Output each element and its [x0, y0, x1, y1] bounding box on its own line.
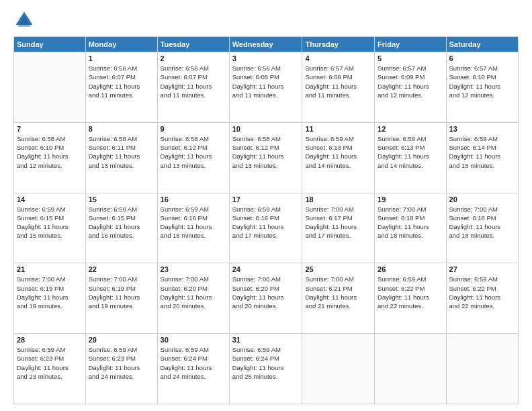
day-number: 4: [305, 54, 371, 62]
calendar-cell: 25Sunrise: 7:00 AMSunset: 6:21 PMDayligh…: [302, 263, 375, 334]
day-info: Sunrise: 6:59 AMSunset: 6:22 PMDaylight:…: [378, 275, 443, 310]
day-number: 1: [89, 54, 154, 62]
day-info: Sunrise: 6:59 AMSunset: 6:23 PMDaylight:…: [89, 345, 154, 381]
calendar-cell: 11Sunrise: 6:59 AMSunset: 6:13 PMDayligh…: [302, 122, 375, 193]
calendar-header-thursday: Thursday: [302, 37, 375, 52]
day-info: Sunrise: 6:57 AMSunset: 6:09 PMDaylight:…: [305, 64, 371, 99]
day-info: Sunrise: 6:56 AMSunset: 6:07 PMDaylight:…: [161, 64, 226, 99]
day-number: 23: [161, 265, 226, 273]
day-info: Sunrise: 6:59 AMSunset: 6:24 PMDaylight:…: [232, 345, 300, 381]
day-info: Sunrise: 6:58 AMSunset: 6:10 PMDaylight:…: [17, 134, 83, 170]
calendar-cell: [446, 334, 518, 404]
day-info: Sunrise: 7:00 AMSunset: 6:18 PMDaylight:…: [449, 205, 515, 240]
calendar-cell: 28Sunrise: 6:59 AMSunset: 6:23 PMDayligh…: [14, 334, 86, 404]
day-number: 24: [232, 265, 300, 273]
calendar-week-row: 1Sunrise: 6:56 AMSunset: 6:07 PMDaylight…: [14, 52, 519, 123]
calendar-cell: 10Sunrise: 6:58 AMSunset: 6:12 PMDayligh…: [229, 122, 302, 193]
calendar-cell: [302, 334, 375, 404]
calendar-week-row: 28Sunrise: 6:59 AMSunset: 6:23 PMDayligh…: [14, 334, 519, 404]
day-number: 14: [17, 195, 83, 203]
calendar-cell: 21Sunrise: 7:00 AMSunset: 6:19 PMDayligh…: [14, 263, 86, 334]
calendar-cell: 5Sunrise: 6:57 AMSunset: 6:09 PMDaylight…: [375, 52, 446, 123]
day-number: 27: [449, 265, 515, 273]
day-info: Sunrise: 7:00 AMSunset: 6:18 PMDaylight:…: [378, 205, 443, 240]
calendar-cell: 31Sunrise: 6:59 AMSunset: 6:24 PMDayligh…: [229, 334, 302, 404]
day-info: Sunrise: 6:59 AMSunset: 6:14 PMDaylight:…: [449, 134, 515, 170]
day-number: 19: [378, 195, 443, 203]
day-info: Sunrise: 7:00 AMSunset: 6:20 PMDaylight:…: [161, 275, 226, 310]
calendar-cell: 29Sunrise: 6:59 AMSunset: 6:23 PMDayligh…: [85, 334, 157, 404]
day-number: 11: [305, 125, 371, 133]
calendar-cell: 8Sunrise: 6:58 AMSunset: 6:11 PMDaylight…: [85, 122, 157, 193]
day-info: Sunrise: 6:59 AMSunset: 6:15 PMDaylight:…: [17, 205, 83, 240]
header: [13, 11, 519, 30]
calendar-header-sunday: Sunday: [14, 37, 86, 52]
calendar-cell: 1Sunrise: 6:56 AMSunset: 6:07 PMDaylight…: [85, 52, 157, 123]
day-info: Sunrise: 6:56 AMSunset: 6:08 PMDaylight:…: [232, 64, 300, 99]
day-info: Sunrise: 7:00 AMSunset: 6:19 PMDaylight:…: [17, 275, 83, 310]
day-info: Sunrise: 6:59 AMSunset: 6:15 PMDaylight:…: [89, 205, 154, 240]
day-number: 5: [378, 54, 443, 62]
calendar-cell: 16Sunrise: 6:59 AMSunset: 6:16 PMDayligh…: [157, 193, 229, 263]
day-number: 18: [305, 195, 371, 203]
calendar-table: SundayMondayTuesdayWednesdayThursdayFrid…: [13, 36, 519, 404]
calendar-cell: 18Sunrise: 7:00 AMSunset: 6:17 PMDayligh…: [302, 193, 375, 263]
calendar-cell: 7Sunrise: 6:58 AMSunset: 6:10 PMDaylight…: [14, 122, 86, 193]
calendar-week-row: 14Sunrise: 6:59 AMSunset: 6:15 PMDayligh…: [14, 193, 519, 263]
day-number: 20: [449, 195, 515, 203]
day-number: 2: [161, 54, 226, 62]
day-number: 21: [17, 265, 83, 273]
calendar-cell: 6Sunrise: 6:57 AMSunset: 6:10 PMDaylight…: [446, 52, 518, 123]
calendar-cell: 13Sunrise: 6:59 AMSunset: 6:14 PMDayligh…: [446, 122, 518, 193]
day-number: 28: [17, 336, 83, 344]
day-number: 3: [232, 54, 300, 62]
day-number: 26: [378, 265, 443, 273]
calendar-cell: 22Sunrise: 7:00 AMSunset: 6:19 PMDayligh…: [85, 263, 157, 334]
day-info: Sunrise: 6:59 AMSunset: 6:22 PMDaylight:…: [449, 275, 515, 310]
calendar-cell: 15Sunrise: 6:59 AMSunset: 6:15 PMDayligh…: [85, 193, 157, 263]
page: SundayMondayTuesdayWednesdayThursdayFrid…: [0, 0, 532, 411]
day-info: Sunrise: 6:57 AMSunset: 6:10 PMDaylight:…: [449, 64, 515, 99]
calendar-cell: 4Sunrise: 6:57 AMSunset: 6:09 PMDaylight…: [302, 52, 375, 123]
day-info: Sunrise: 6:59 AMSunset: 6:23 PMDaylight:…: [17, 345, 83, 381]
calendar-cell: 30Sunrise: 6:59 AMSunset: 6:24 PMDayligh…: [157, 334, 229, 404]
calendar-cell: 27Sunrise: 6:59 AMSunset: 6:22 PMDayligh…: [446, 263, 518, 334]
calendar-cell: 23Sunrise: 7:00 AMSunset: 6:20 PMDayligh…: [157, 263, 229, 334]
calendar-cell: 12Sunrise: 6:59 AMSunset: 6:13 PMDayligh…: [375, 122, 446, 193]
calendar-cell: 17Sunrise: 6:59 AMSunset: 6:16 PMDayligh…: [229, 193, 302, 263]
calendar-header-row: SundayMondayTuesdayWednesdayThursdayFrid…: [14, 37, 519, 52]
day-number: 22: [89, 265, 154, 273]
day-number: 29: [89, 336, 154, 344]
calendar-cell: [14, 52, 86, 123]
day-number: 17: [232, 195, 300, 203]
calendar-cell: [375, 334, 446, 404]
calendar-cell: 19Sunrise: 7:00 AMSunset: 6:18 PMDayligh…: [375, 193, 446, 263]
day-info: Sunrise: 6:59 AMSunset: 6:16 PMDaylight:…: [232, 205, 300, 240]
day-number: 30: [161, 336, 226, 344]
day-info: Sunrise: 6:58 AMSunset: 6:11 PMDaylight:…: [89, 134, 154, 170]
day-number: 25: [305, 265, 371, 273]
day-info: Sunrise: 7:00 AMSunset: 6:17 PMDaylight:…: [305, 205, 371, 240]
day-number: 12: [378, 125, 443, 133]
calendar-week-row: 7Sunrise: 6:58 AMSunset: 6:10 PMDaylight…: [14, 122, 519, 193]
calendar-cell: 2Sunrise: 6:56 AMSunset: 6:07 PMDaylight…: [157, 52, 229, 123]
calendar-cell: 14Sunrise: 6:59 AMSunset: 6:15 PMDayligh…: [14, 193, 86, 263]
day-info: Sunrise: 7:00 AMSunset: 6:19 PMDaylight:…: [89, 275, 154, 310]
calendar-cell: 9Sunrise: 6:58 AMSunset: 6:12 PMDaylight…: [157, 122, 229, 193]
day-info: Sunrise: 6:58 AMSunset: 6:12 PMDaylight:…: [232, 134, 300, 170]
day-number: 15: [89, 195, 154, 203]
calendar-header-saturday: Saturday: [446, 37, 518, 52]
calendar-header-tuesday: Tuesday: [157, 37, 229, 52]
day-number: 6: [449, 54, 515, 62]
day-number: 16: [161, 195, 226, 203]
logo: [13, 11, 35, 30]
day-info: Sunrise: 7:00 AMSunset: 6:21 PMDaylight:…: [305, 275, 371, 310]
calendar-header-wednesday: Wednesday: [229, 37, 302, 52]
day-info: Sunrise: 6:58 AMSunset: 6:12 PMDaylight:…: [161, 134, 226, 170]
day-info: Sunrise: 6:59 AMSunset: 6:16 PMDaylight:…: [161, 205, 226, 240]
calendar-cell: 3Sunrise: 6:56 AMSunset: 6:08 PMDaylight…: [229, 52, 302, 123]
day-info: Sunrise: 6:56 AMSunset: 6:07 PMDaylight:…: [89, 64, 154, 99]
day-info: Sunrise: 7:00 AMSunset: 6:20 PMDaylight:…: [232, 275, 300, 310]
day-number: 8: [89, 125, 154, 133]
calendar-header-friday: Friday: [375, 37, 446, 52]
